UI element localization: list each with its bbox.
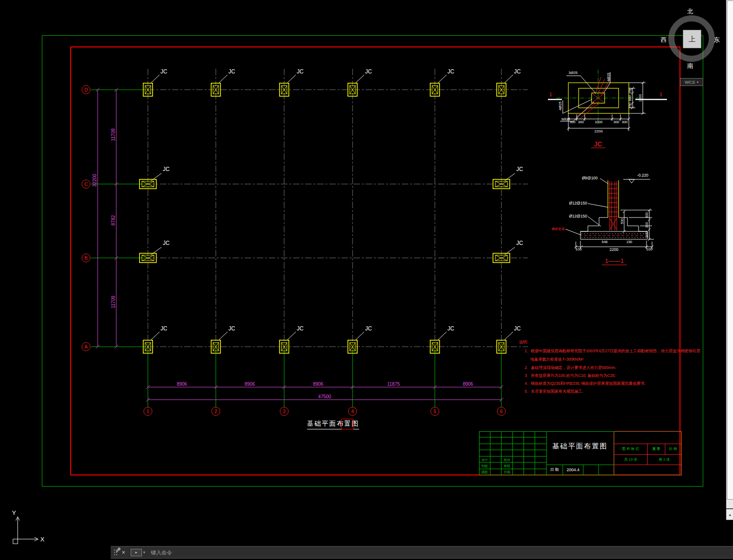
dim-vertical: 11709 — [111, 296, 116, 308]
titleblock-cell: 日期 — [504, 470, 510, 474]
section-mark: 1 — [549, 92, 552, 97]
ucs-x-label: X — [40, 536, 45, 542]
detail-title: JC — [594, 140, 602, 147]
dim-label: 1600 — [639, 94, 642, 102]
axis-bubble-1: 1 — [144, 407, 153, 416]
compass-west-label[interactable]: 西 — [661, 37, 667, 43]
close-icon[interactable]: × — [122, 549, 125, 556]
jc-label: JC — [447, 325, 454, 332]
dim-label: 300 — [622, 120, 628, 124]
dim-vertical: 11709 — [111, 128, 116, 141]
dim-label: 300 — [645, 232, 649, 238]
dim-label: 548 — [602, 240, 608, 244]
arrow-up-icon: ▲ — [728, 513, 732, 516]
dim-label: 300 — [570, 120, 576, 124]
detail-title: 1——1 — [605, 258, 624, 264]
rebar-label: Ø12@150 — [569, 201, 587, 205]
command-prompt-icon[interactable]: ▸ — [131, 549, 142, 556]
dim-horizontal-total: 47500 — [318, 395, 331, 399]
dim-label: 600 — [628, 95, 632, 101]
pad-note: 素砼垫层 — [552, 227, 565, 231]
dim-label: 150 — [626, 240, 633, 244]
scrollbar-up-button[interactable]: ▲ — [726, 509, 733, 520]
axis-bubble-4: 4 — [348, 407, 357, 416]
scrollbar-thumb[interactable] — [727, 0, 733, 500]
rebar-label: 3Ø25 — [568, 71, 578, 75]
jc-label: JC — [163, 240, 170, 246]
section-mark: 1 — [660, 92, 662, 97]
titleblock-sheet-total: 共 13 张 — [624, 458, 637, 461]
rebar-label: 4Ø25 — [607, 72, 611, 82]
grid-lines — [91, 69, 528, 407]
section-detail-drawing — [566, 178, 654, 265]
prompt-glyph: ▸ — [135, 550, 137, 554]
dim-horizontal: 8906 — [313, 382, 323, 387]
caret-down-icon: ▾ — [697, 80, 699, 84]
dim-label: 250 — [628, 88, 632, 94]
cad-application-window: D C B A 1 2 3 4 5 6 JC JC JC JC JC JC JC… — [0, 0, 733, 560]
jc-label: JC — [514, 68, 521, 75]
compass-south-label[interactable]: 南 — [687, 63, 693, 69]
jc-label: JC — [228, 68, 235, 75]
rebar-label: 4Ø25 — [559, 101, 562, 111]
titleblock-title: 基础平面布置图 — [553, 442, 608, 449]
dim-label: 300 — [645, 212, 649, 218]
dim-label: 100 — [575, 248, 581, 251]
titleblock-date-value: 2004.4 — [566, 468, 580, 472]
titleblock-cell: 比 例 — [669, 447, 677, 451]
dim-vertical: 8782 — [111, 215, 116, 225]
drawing-canvas — [0, 0, 733, 560]
dim-label: 100 — [646, 248, 652, 251]
foundation-symbols — [140, 83, 510, 353]
note-line: 5、未尽事宜按国家有关规范施工. — [525, 389, 583, 395]
wcs-selector[interactable]: WCS ▾ — [680, 78, 703, 86]
compass-north-label[interactable]: 北 — [687, 8, 693, 14]
jc-label: JC — [228, 325, 235, 332]
jc-label: JC — [516, 166, 523, 172]
customize-wrench-icon[interactable] — [114, 547, 121, 553]
jc-label: JC — [160, 325, 167, 332]
jc-label: JC — [365, 325, 372, 332]
dim-horizontal: 8906 — [177, 382, 187, 387]
wcs-label: WCS — [685, 79, 695, 85]
command-input[interactable] — [150, 549, 733, 556]
dim-label: 300 — [578, 120, 584, 124]
rebar-label: 3Ø25 — [561, 118, 570, 121]
axis-bubble-a: A — [82, 343, 91, 351]
dim-horizontal: 8906 — [245, 382, 255, 387]
axis-bubble-d: D — [82, 86, 91, 94]
compass-top-face[interactable]: 上 — [683, 30, 701, 48]
titleblock-cell: 设计 — [481, 458, 488, 461]
dim-vertical-total: 32200 — [93, 174, 97, 187]
selection-box — [341, 419, 353, 429]
jc-label: JC — [163, 166, 170, 172]
axis-bubble-3: 3 — [280, 407, 289, 416]
dim-label: 300 — [645, 222, 649, 228]
axis-bubble-5: 5 — [431, 407, 440, 416]
titleblock-cell: 描图 — [481, 470, 488, 474]
dim-label: 2200 — [610, 248, 619, 252]
compass-east-label[interactable]: 东 — [714, 37, 720, 43]
dim-horizontal: 8906 — [463, 382, 473, 387]
notes-title: 说明: — [519, 340, 528, 345]
axis-bubble-b: B — [82, 254, 91, 263]
caret-down-icon[interactable]: ▾ — [143, 550, 145, 554]
jc-label: JC — [365, 68, 372, 75]
titleblock-cell: 校对 — [504, 458, 510, 461]
titleblock-cell: 制图 — [481, 464, 488, 468]
titleblock-cell: 图 样 标 记 — [622, 447, 639, 451]
level-label: -0.220 — [637, 173, 648, 178]
jc-label: JC — [297, 325, 304, 332]
rebar-label: Ø8@100 — [582, 176, 598, 180]
dim-label: 500 — [620, 218, 624, 224]
note-line: 1、根据中国建筑西南勘察研究院于2003年6月27日提供的岩土工程勘察报告，持力… — [525, 349, 700, 354]
axis-bubble-2: 2 — [212, 407, 220, 416]
note-line: 4、钢筋材质为Q235和HRB335; 钢筋保护层厚度按国家规范最低要求. — [525, 381, 646, 387]
vertical-scrollbar[interactable] — [726, 0, 733, 508]
jc-label: JC — [160, 68, 167, 75]
jc-label: JC — [516, 240, 523, 246]
jc-label: JC — [297, 68, 304, 75]
dim-label: 2200 — [594, 130, 603, 133]
titleblock-sheet-no: 第 1 张 — [659, 458, 669, 461]
note-line: 地基承载力标准值 f=300kN/M² — [530, 357, 584, 362]
